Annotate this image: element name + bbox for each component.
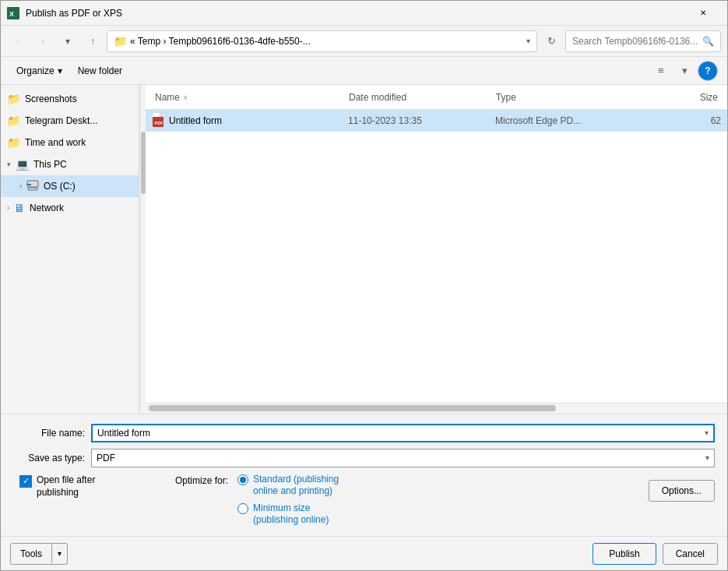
filename-label: File name: — [13, 428, 91, 439]
file-list-header: Name ∧ Date modified Type Size — [146, 85, 727, 110]
app-icon: X — [7, 7, 19, 19]
recent-locations-button[interactable]: ▾ — [57, 30, 79, 52]
tools-dropdown-button[interactable]: ▾ — [52, 543, 68, 565]
sidebar-item-label: This PC — [33, 159, 67, 170]
file-type-cell: Microsoft Edge PD... — [495, 115, 642, 126]
footer: Tools ▾ Publish Cancel — [1, 536, 727, 570]
file-list-area: Name ∧ Date modified Type Size — [146, 85, 727, 414]
toolbar-right: ≡ ▾ ? — [651, 61, 718, 81]
minimum-radio-label[interactable]: Minimum size (publishing online) — [253, 502, 329, 527]
optimize-section: Optimize for: Standard (publishing onlin… — [175, 474, 649, 527]
forward-button[interactable]: › — [32, 30, 54, 52]
sidebar-item-label: Screenshots — [25, 93, 77, 104]
address-path: « Temp › Tempb09616f6-0136-4dfe-b550-... — [130, 36, 523, 47]
view-button[interactable]: ≡ — [651, 61, 671, 81]
drive-icon — [26, 180, 39, 193]
sort-arrow-icon: ∧ — [183, 93, 188, 101]
h-scrollbar-thumb — [149, 405, 556, 411]
sidebar-scrollbar[interactable] — [139, 85, 146, 414]
file-type-text: Microsoft Edge PD... — [495, 115, 581, 126]
back-button[interactable]: ‹ — [7, 30, 29, 52]
minimum-radio-button[interactable] — [237, 503, 248, 514]
col-header-size[interactable]: Size — [640, 92, 721, 103]
publish-button[interactable]: Publish — [593, 543, 656, 565]
tools-group: Tools ▾ — [10, 543, 68, 565]
file-size-text: 62 — [711, 115, 721, 126]
optimize-label: Optimize for: — [175, 474, 228, 486]
sidebar-item-label: Network — [30, 203, 64, 213]
file-size-cell: 62 — [642, 115, 721, 126]
dialog-title: Publish as PDF or XPS — [26, 8, 685, 19]
standard-radio-label[interactable]: Standard (publishing online and printing… — [253, 474, 339, 498]
radio-options: Standard (publishing online and printing… — [237, 474, 339, 527]
publish-dialog: X Publish as PDF or XPS ✕ ‹ › ▾ ↑ 📁 « Te… — [0, 0, 728, 571]
sidebar-item-network[interactable]: › 🖥 Network — [1, 197, 139, 219]
svg-rect-4 — [28, 188, 37, 190]
options-button[interactable]: Options... — [649, 480, 715, 502]
sidebar-item-screenshots[interactable]: 📁 Screenshots — [1, 88, 139, 110]
bottom-area: File name: ▾ Save as type: PDF ▾ ✓ — [1, 414, 727, 536]
address-chevron-icon: ▾ — [526, 37, 530, 45]
filename-input-wrapper[interactable]: ▾ — [91, 424, 715, 442]
up-button[interactable]: ↑ — [82, 30, 104, 52]
col-name-label: Name — [155, 92, 180, 103]
standard-radio-row: Standard (publishing online and printing… — [237, 474, 339, 498]
col-type-label: Type — [496, 92, 516, 103]
view-dropdown-button[interactable]: ▾ — [674, 61, 695, 81]
main-content: 📁 Screenshots 📁 Telegram Deskt... 📁 Time… — [1, 85, 727, 414]
folder-icon: 📁 — [7, 115, 20, 127]
col-header-name[interactable]: Name ∧ — [152, 92, 346, 103]
open-file-checkbox[interactable]: ✓ — [19, 475, 32, 488]
sidebar-item-osc[interactable]: › OS (C:) — [1, 175, 139, 197]
search-icon: 🔍 — [702, 36, 714, 47]
checkbox-check-icon: ✓ — [23, 476, 30, 486]
cancel-button[interactable]: Cancel — [663, 543, 718, 565]
sidebar-item-telegram[interactable]: 📁 Telegram Deskt... — [1, 110, 139, 132]
minimum-radio-row: Minimum size (publishing online) — [237, 502, 339, 527]
table-row[interactable]: PDF Untitled form 11-10-2023 13:35 Micro… — [146, 110, 727, 132]
filename-row: File name: ▾ — [13, 424, 715, 442]
saveastype-label: Save as type: — [13, 453, 91, 463]
saveastype-row: Save as type: PDF ▾ — [13, 449, 715, 467]
organize-label: Organize — [16, 65, 55, 76]
filename-input[interactable] — [97, 428, 705, 439]
file-name-text: Untitled form — [169, 115, 222, 126]
expand-arrow-icon: ▾ — [7, 160, 11, 168]
expand-arrow-icon: › — [7, 204, 9, 212]
organize-arrow-icon: ▾ — [58, 65, 62, 76]
title-bar: X Publish as PDF or XPS ✕ — [1, 1, 727, 26]
sidebar-wrapper: 📁 Screenshots 📁 Telegram Deskt... 📁 Time… — [1, 85, 146, 414]
col-header-date[interactable]: Date modified — [346, 92, 493, 103]
folder-icon: 📁 — [7, 136, 20, 149]
close-button[interactable]: ✕ — [685, 1, 721, 26]
help-button[interactable]: ? — [698, 61, 718, 81]
sidebar-item-label: OS (C:) — [44, 181, 76, 192]
address-bar[interactable]: 📁 « Temp › Tempb09616f6-0136-4dfe-b550-.… — [107, 30, 537, 52]
search-bar[interactable]: 🔍 — [565, 30, 721, 52]
search-input[interactable] — [572, 36, 699, 47]
sidebar-item-label: Telegram Deskt... — [25, 115, 97, 126]
filename-dropdown-arrow[interactable]: ▾ — [705, 428, 709, 437]
refresh-button[interactable]: ↻ — [540, 30, 562, 52]
svg-rect-5 — [27, 184, 31, 185]
options-btn-wrapper: Options... — [649, 474, 715, 502]
col-header-type[interactable]: Type — [493, 92, 640, 103]
title-bar-buttons: ✕ — [685, 1, 721, 26]
standard-radio-button[interactable] — [237, 474, 248, 485]
col-size-label: Size — [700, 92, 718, 103]
tools-button[interactable]: Tools — [10, 543, 52, 565]
expand-arrow-icon: › — [19, 182, 22, 190]
new-folder-button[interactable]: New folder — [72, 61, 128, 81]
sidebar-item-thispc[interactable]: ▾ 💻 This PC — [1, 153, 139, 175]
sidebar: 📁 Screenshots 📁 Telegram Deskt... 📁 Time… — [1, 85, 139, 414]
network-icon: 🖥 — [14, 202, 25, 214]
folder-icon: 📁 — [7, 93, 20, 105]
saveastype-dropdown[interactable]: PDF ▾ — [91, 449, 715, 467]
toolbar: Organize ▾ New folder ≡ ▾ ? — [1, 57, 727, 85]
organize-button[interactable]: Organize ▾ — [10, 61, 69, 81]
sidebar-item-timeandwork[interactable]: 📁 Time and work — [1, 132, 139, 153]
svg-marker-7 — [160, 113, 164, 117]
checkbox-label-wrapper: Open file after publishing — [37, 474, 95, 500]
horizontal-scrollbar[interactable] — [146, 403, 727, 414]
sidebar-scrollbar-thumb — [141, 132, 146, 194]
